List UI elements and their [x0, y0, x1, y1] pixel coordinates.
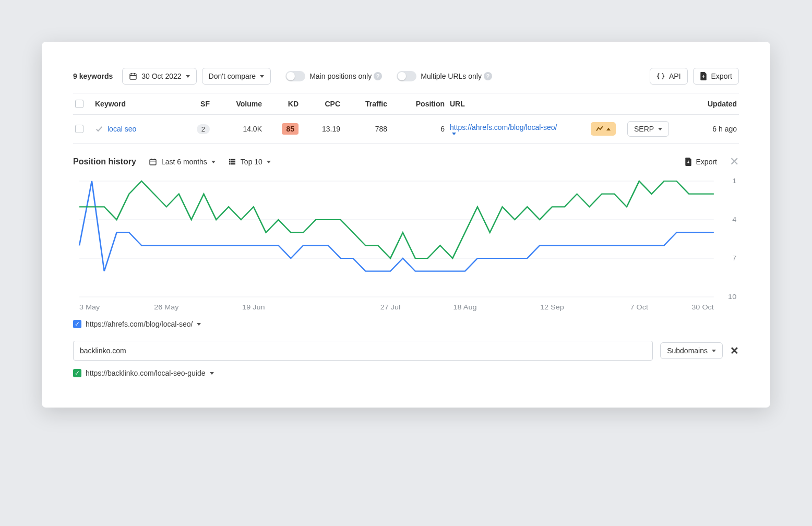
- svg-rect-0: [130, 74, 136, 79]
- svg-text:10: 10: [728, 293, 736, 301]
- chevron-down-icon: [658, 128, 662, 130]
- history-export-label: Export: [696, 158, 717, 166]
- svg-rect-12: [231, 161, 235, 163]
- main-positions-toggle[interactable]: [285, 71, 305, 81]
- remove-competitor-button[interactable]: ✕: [730, 344, 739, 357]
- checkmark-icon: [95, 125, 103, 133]
- chart-line-icon: [596, 125, 603, 133]
- col-updated[interactable]: Updated: [708, 100, 737, 108]
- cpc-cell: 13.19: [322, 125, 340, 133]
- col-url[interactable]: URL: [450, 100, 586, 108]
- updated-cell: 6 h ago: [712, 125, 737, 133]
- col-cpc[interactable]: CPC: [325, 100, 340, 108]
- svg-rect-10: [229, 163, 231, 165]
- col-traffic[interactable]: Traffic: [365, 100, 387, 108]
- chevron-down-icon: [712, 350, 716, 352]
- legend-item-series2[interactable]: ✓ https://backlinko.com/local-seo-guide: [73, 361, 739, 381]
- multiple-urls-toggle[interactable]: [397, 71, 416, 81]
- position-chart-toggle[interactable]: [591, 122, 616, 136]
- col-sf[interactable]: SF: [200, 100, 210, 108]
- chevron-down-icon: [260, 75, 264, 78]
- chevron-up-icon: [606, 128, 611, 130]
- url-link[interactable]: https://ahrefs.com/blog/local-seo/: [450, 123, 557, 132]
- braces-icon: [656, 72, 665, 80]
- svg-text:4: 4: [732, 216, 736, 223]
- chevron-down-icon: [186, 75, 190, 78]
- calendar-icon: [149, 158, 157, 166]
- chevron-down-icon[interactable]: [197, 323, 201, 326]
- table-row: local seo 2 14.0K 85 13.19 788 6 https:/…: [73, 115, 739, 144]
- svg-text:1: 1: [732, 177, 736, 185]
- date-picker[interactable]: 30 Oct 2022: [122, 68, 196, 85]
- table-header-row: Keyword SF Volume KD CPC Traffic Positio…: [73, 93, 739, 115]
- col-keyword[interactable]: Keyword: [95, 100, 173, 108]
- svg-text:12 Sep: 12 Sep: [540, 304, 564, 311]
- api-label: API: [669, 72, 681, 80]
- download-file-icon: [700, 72, 707, 80]
- svg-text:7: 7: [732, 255, 736, 262]
- top-n-select[interactable]: Top 10: [228, 158, 271, 166]
- compare-select[interactable]: Don't compare: [202, 68, 271, 85]
- chevron-down-icon: [211, 161, 216, 163]
- competitor-scope-label: Subdomains: [667, 346, 708, 355]
- competitor-scope-select[interactable]: Subdomains: [660, 342, 723, 359]
- chevron-down-icon[interactable]: [210, 372, 214, 375]
- traffic-cell: 788: [375, 125, 387, 133]
- volume-cell: 14.0K: [243, 125, 262, 133]
- col-position[interactable]: Position: [416, 100, 445, 108]
- export-label: Export: [711, 72, 732, 80]
- date-picker-label: 30 Oct 2022: [141, 72, 181, 80]
- export-button[interactable]: Export: [693, 68, 739, 85]
- top-n-label: Top 10: [241, 158, 262, 166]
- row-checkbox[interactable]: [75, 125, 83, 133]
- svg-text:7 Oct: 7 Oct: [630, 304, 649, 311]
- checkbox-checked-icon[interactable]: ✓: [73, 320, 81, 328]
- keywords-count: 9 keywords: [73, 72, 113, 80]
- legend-label: https://backlinko.com/local-seo-guide: [86, 369, 206, 377]
- svg-text:30 Oct: 30 Oct: [691, 304, 714, 311]
- svg-rect-9: [229, 161, 231, 163]
- svg-text:27 Jul: 27 Jul: [380, 304, 401, 311]
- keywords-table: Keyword SF Volume KD CPC Traffic Positio…: [73, 93, 739, 144]
- close-icon[interactable]: ✕: [730, 155, 739, 169]
- position-history-chart[interactable]: 147103 May26 May19 Jun27 Jul18 Aug12 Sep…: [73, 177, 739, 313]
- competitor-input[interactable]: [73, 341, 653, 361]
- main-positions-label: Main positions only: [309, 72, 372, 80]
- checkbox-checked-icon[interactable]: ✓: [73, 369, 81, 377]
- main-panel: 9 keywords 30 Oct 2022 Don't compare Mai…: [42, 42, 770, 408]
- svg-rect-13: [231, 163, 235, 165]
- position-cell: 6: [440, 125, 445, 133]
- position-history-title: Position history: [73, 157, 136, 166]
- col-volume[interactable]: Volume: [236, 100, 262, 108]
- chevron-down-icon: [267, 161, 271, 163]
- download-file-icon: [685, 158, 692, 166]
- legend-label: https://ahrefs.com/blog/local-seo/: [86, 320, 193, 328]
- svg-text:18 Aug: 18 Aug: [453, 304, 477, 311]
- chevron-down-icon[interactable]: [452, 133, 456, 135]
- help-icon[interactable]: ?: [484, 72, 492, 80]
- svg-rect-4: [150, 159, 156, 165]
- svg-rect-8: [229, 159, 231, 161]
- competitor-row: Subdomains ✕: [73, 332, 739, 361]
- compare-label: Don't compare: [209, 72, 256, 80]
- api-button[interactable]: API: [650, 68, 688, 85]
- select-all-checkbox[interactable]: [75, 100, 83, 108]
- list-icon: [228, 158, 236, 166]
- position-history-header: Position history Last 6 months Top 10 Ex…: [73, 144, 739, 175]
- svg-rect-11: [231, 159, 235, 161]
- help-icon[interactable]: ?: [374, 72, 382, 80]
- history-export-button[interactable]: Export: [685, 158, 717, 166]
- toolbar: 9 keywords 30 Oct 2022 Don't compare Mai…: [73, 68, 739, 93]
- keyword-link[interactable]: local seo: [108, 125, 136, 133]
- serp-label: SERP: [634, 125, 654, 133]
- multiple-urls-label: Multiple URLs only: [421, 72, 482, 80]
- calendar-icon: [129, 72, 137, 80]
- date-range-select[interactable]: Last 6 months: [149, 158, 216, 166]
- col-kd[interactable]: KD: [288, 100, 298, 108]
- svg-text:26 May: 26 May: [154, 304, 179, 311]
- legend-item-series1[interactable]: ✓ https://ahrefs.com/blog/local-seo/: [73, 313, 739, 332]
- kd-badge: 85: [282, 123, 298, 135]
- date-range-label: Last 6 months: [161, 158, 207, 166]
- sf-badge[interactable]: 2: [197, 124, 210, 134]
- serp-button[interactable]: SERP: [627, 121, 669, 137]
